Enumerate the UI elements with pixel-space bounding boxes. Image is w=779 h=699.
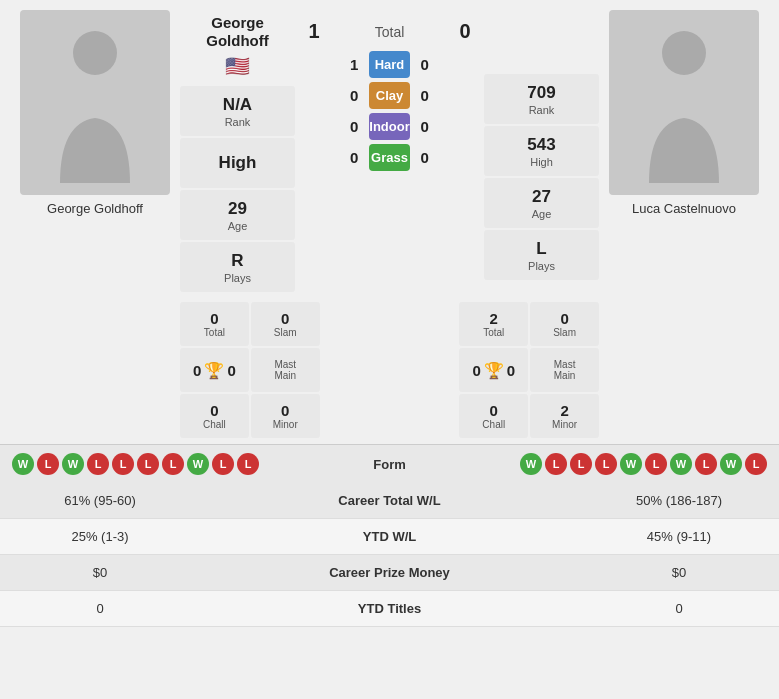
- surface-right-score-3: 0: [410, 149, 440, 166]
- awards-row: 0 Total 0 Slam 0 🏆 0 Mast Main 0 Chall 0: [0, 302, 779, 444]
- form-badge-3: L: [87, 453, 109, 475]
- surface-btn-3: Grass: [369, 144, 409, 171]
- left-rank-stat: N/A Rank: [180, 86, 295, 136]
- left-awards-spacer: [10, 302, 180, 438]
- form-badge-1: L: [545, 453, 567, 475]
- left-chall-val: 0: [210, 402, 218, 419]
- left-mast-val: 0: [193, 362, 201, 379]
- bottom-right-val-3: 0: [579, 591, 779, 627]
- right-total-score: 0: [450, 20, 480, 43]
- surface-btn-1: Clay: [369, 82, 409, 109]
- bottom-stats-row-2: $0 Career Prize Money $0: [0, 555, 779, 591]
- left-player-card: George Goldhoff: [10, 10, 180, 292]
- left-plays-label: Plays: [224, 272, 251, 284]
- right-main-lbl: Main: [554, 370, 576, 381]
- right-chall-lbl: Chall: [482, 419, 505, 430]
- right-mast-val: 0: [472, 362, 480, 379]
- right-slam-item: 0 Slam: [530, 302, 599, 346]
- left-awards-grid: 0 Total 0 Slam 0 🏆 0 Mast Main 0 Chall 0: [180, 302, 320, 438]
- right-total-lbl: Total: [483, 327, 504, 338]
- left-age-stat: 29 Age: [180, 190, 295, 240]
- left-rank-label: Rank: [225, 116, 251, 128]
- form-badge-4: L: [112, 453, 134, 475]
- middle-section: 1 Total 0 1 Hard 0 0 Clay 0 0 Indoor 0 0…: [295, 10, 484, 292]
- form-badge-4: W: [620, 453, 642, 475]
- left-high-stat: High: [180, 138, 295, 188]
- form-badge-0: W: [520, 453, 542, 475]
- right-main-val: 0: [507, 362, 515, 379]
- surface-left-score-2: 0: [339, 118, 369, 135]
- right-high-stat: 543 High: [484, 126, 599, 176]
- form-badge-5: L: [137, 453, 159, 475]
- right-avatar: [609, 10, 759, 195]
- right-stats-spacer: [484, 10, 599, 72]
- form-section: WLWLLLLWLL Form WLLLWLWLWL: [0, 444, 779, 483]
- right-high-label: High: [530, 156, 553, 168]
- right-chall-item: 0 Chall: [459, 394, 528, 438]
- surface-right-score-2: 0: [410, 118, 440, 135]
- left-total-val: 0: [210, 310, 218, 327]
- left-age-value: 29: [228, 199, 247, 219]
- bottom-left-val-1: 25% (1-3): [0, 519, 200, 555]
- right-rank-stat: 709 Rank: [484, 74, 599, 124]
- form-badge-8: L: [212, 453, 234, 475]
- right-minor-item: 2 Minor: [530, 394, 599, 438]
- left-total-lbl: Total: [204, 327, 225, 338]
- form-badge-8: W: [720, 453, 742, 475]
- right-age-label: Age: [532, 208, 552, 220]
- right-minor-lbl: Minor: [552, 419, 577, 430]
- left-plays-value: R: [231, 251, 243, 271]
- left-high-value: High: [219, 153, 257, 173]
- total-label: Total: [329, 24, 450, 40]
- left-mast-lbl-item: Mast Main: [251, 348, 320, 392]
- right-plays-value: L: [536, 239, 546, 259]
- right-total-val: 2: [490, 310, 498, 327]
- left-stats-col: George Goldhoff 🇺🇸 N/A Rank High 29 Age …: [180, 10, 295, 292]
- right-trophy-icon: 🏆: [484, 361, 504, 380]
- bottom-stats-row-0: 61% (95-60) Career Total W/L 50% (186-18…: [0, 483, 779, 519]
- left-chall-lbl: Chall: [203, 419, 226, 430]
- left-minor-item: 0 Minor: [251, 394, 320, 438]
- surface-left-score-1: 0: [339, 87, 369, 104]
- form-badge-1: L: [37, 453, 59, 475]
- right-silhouette-icon: [634, 23, 734, 183]
- bottom-right-val-1: 45% (9-11): [579, 519, 779, 555]
- right-plays-label: Plays: [528, 260, 555, 272]
- bottom-left-val-0: 61% (95-60): [0, 483, 200, 519]
- form-badge-0: W: [12, 453, 34, 475]
- left-flag: 🇺🇸: [180, 54, 295, 78]
- right-form-badges: WLLLWLWLWL: [520, 453, 767, 475]
- right-minor-val: 2: [560, 402, 568, 419]
- left-form-badges: WLWLLLLWLL: [12, 453, 259, 475]
- right-mast-item: 0 🏆 0: [459, 348, 528, 392]
- form-badge-6: L: [162, 453, 184, 475]
- left-chall-item: 0 Chall: [180, 394, 249, 438]
- left-silhouette-icon: [45, 23, 145, 183]
- left-minor-val: 0: [281, 402, 289, 419]
- surface-row-3: 0 Grass 0: [339, 144, 439, 171]
- form-badge-5: L: [645, 453, 667, 475]
- right-awards-grid: 2 Total 0 Slam 0 🏆 0 Mast Main 0 Chall 2: [459, 302, 599, 438]
- main-container: George Goldhoff George Goldhoff 🇺🇸 N/A R…: [0, 0, 779, 627]
- form-label: Form: [360, 457, 420, 472]
- surface-right-score-0: 0: [410, 56, 440, 73]
- left-player-header-name: George Goldhoff: [180, 14, 295, 50]
- form-badge-2: W: [62, 453, 84, 475]
- left-player-header: George Goldhoff 🇺🇸: [180, 10, 295, 84]
- bottom-right-val-0: 50% (186-187): [579, 483, 779, 519]
- form-badge-7: W: [187, 453, 209, 475]
- bottom-right-val-2: $0: [579, 555, 779, 591]
- left-age-label: Age: [228, 220, 248, 232]
- right-mast-lbl: Mast: [554, 359, 576, 370]
- bottom-left-val-2: $0: [0, 555, 200, 591]
- form-badge-7: L: [695, 453, 717, 475]
- bottom-stats-row-3: 0 YTD Titles 0: [0, 591, 779, 627]
- left-avatar: [20, 10, 170, 195]
- top-section: George Goldhoff George Goldhoff 🇺🇸 N/A R…: [0, 0, 779, 302]
- right-plays-stat: L Plays: [484, 230, 599, 280]
- middle-awards-spacer: [320, 302, 460, 438]
- form-badge-3: L: [595, 453, 617, 475]
- right-player-card: Luca Castelnuovo: [599, 10, 769, 292]
- bottom-stats-table: 61% (95-60) Career Total W/L 50% (186-18…: [0, 483, 779, 627]
- left-trophy-icon: 🏆: [204, 361, 224, 380]
